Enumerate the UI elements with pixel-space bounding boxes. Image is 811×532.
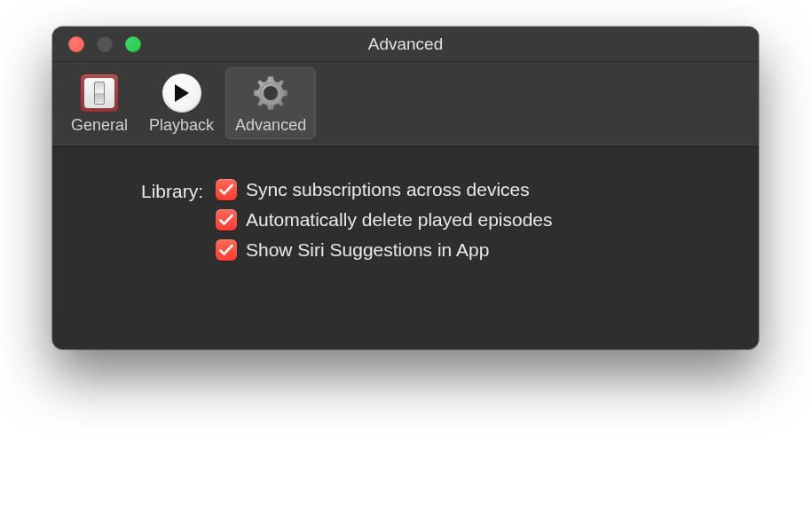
- option-label: Automatically delete played episodes: [246, 209, 553, 231]
- gear-icon: [249, 72, 292, 114]
- content-area: Library: Sync subscriptions across devic…: [52, 147, 759, 349]
- option-sync-subscriptions[interactable]: Sync subscriptions across devices: [216, 179, 553, 200]
- option-label: Sync subscriptions across devices: [246, 179, 530, 200]
- tab-playback-label: Playback: [149, 116, 214, 135]
- tab-advanced-label: Advanced: [235, 116, 306, 135]
- toolbar: General Playback: [52, 62, 759, 147]
- library-options: Sync subscriptions across devices Automa…: [216, 179, 553, 261]
- tab-general[interactable]: General: [61, 67, 138, 139]
- window-title: Advanced: [52, 35, 759, 54]
- checkbox-icon: [216, 179, 237, 200]
- tab-general-label: General: [71, 116, 128, 135]
- titlebar: Advanced: [52, 27, 759, 62]
- minimize-button[interactable]: [97, 36, 113, 52]
- preferences-window: Advanced General Playback: [52, 27, 759, 349]
- checkbox-icon: [216, 239, 237, 261]
- close-button[interactable]: [68, 36, 84, 52]
- checkbox-icon: [216, 209, 237, 231]
- option-auto-delete[interactable]: Automatically delete played episodes: [216, 209, 553, 231]
- svg-point-0: [264, 86, 278, 100]
- option-siri-suggestions[interactable]: Show Siri Suggestions in App: [216, 239, 553, 261]
- option-label: Show Siri Suggestions in App: [246, 239, 489, 261]
- general-icon: [78, 72, 121, 114]
- tab-advanced[interactable]: Advanced: [225, 67, 316, 139]
- library-section: Library: Sync subscriptions across devic…: [88, 179, 723, 261]
- zoom-button[interactable]: [125, 36, 141, 52]
- library-label: Library:: [88, 179, 203, 202]
- traffic-lights: [52, 36, 141, 52]
- play-icon: [161, 72, 203, 114]
- tab-playback[interactable]: Playback: [139, 67, 224, 139]
